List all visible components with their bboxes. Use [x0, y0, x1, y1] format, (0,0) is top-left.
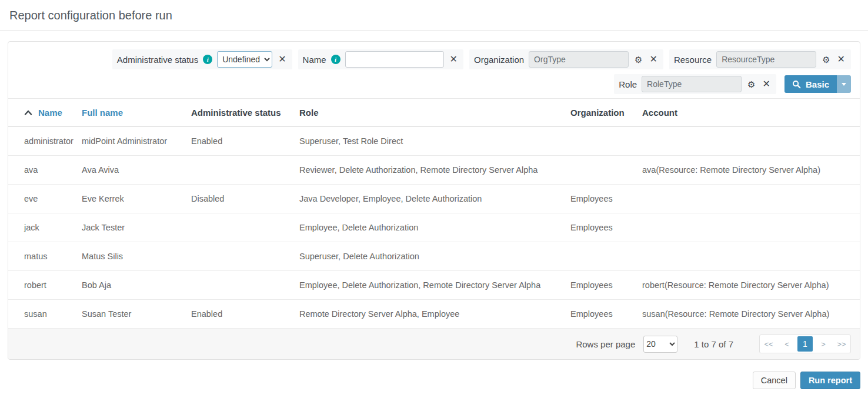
search-split-button: Basic [784, 75, 851, 93]
page-title: Report configuration before run [9, 9, 859, 22]
cell-fullname: Matus Silis [77, 242, 186, 271]
cell-account: ava(Resource: Remote Directory Server Al… [637, 156, 860, 185]
basic-search-label: Basic [806, 79, 829, 89]
cell-account: susan(Resource: Remote Directory Server … [637, 300, 860, 329]
cell-name: susan [8, 300, 77, 329]
cell-name: administrator [8, 127, 77, 156]
name-input[interactable] [345, 51, 444, 68]
cell-role: Remote Directory Server Alpha, Employee [295, 300, 566, 329]
cell-fullname: midPoint Administrator [77, 127, 186, 156]
pager: << < 1 > >> [759, 335, 851, 353]
table-row[interactable]: robert Bob Aja Employee, Delete Authoriz… [8, 271, 860, 300]
cell-organization [566, 156, 637, 185]
basic-search-button[interactable]: Basic [784, 75, 837, 93]
cell-name: ava [8, 156, 77, 185]
cell-adminstatus: Enabled [186, 300, 295, 329]
info-icon[interactable]: i [331, 55, 340, 64]
search-filter-form: Administrative status i Undefined ✕ Name… [8, 42, 860, 98]
cell-role: Reviewer, Delete Authorization, Remote D… [295, 156, 566, 185]
role-label: Role [619, 79, 637, 89]
cell-name: jack [8, 213, 77, 242]
cell-role: Superuser, Test Role Direct [295, 127, 566, 156]
column-header-account: Account [637, 99, 860, 127]
run-report-button[interactable]: Run report [800, 372, 860, 389]
table-row[interactable]: ava Ava Aviva Reviewer, Delete Authoriza… [8, 156, 860, 185]
admin-status-label: Administrative status [117, 55, 198, 65]
filter-role: Role ⚙ ✕ [614, 74, 776, 94]
cell-organization: Employees [566, 271, 637, 300]
cell-account: robert(Resource: Remote Directory Server… [637, 271, 860, 300]
organization-type-input[interactable] [529, 51, 629, 68]
close-icon[interactable]: ✕ [762, 79, 772, 89]
table-row[interactable]: jack Jack Tester Employee, Delete Author… [8, 213, 860, 242]
cell-account [637, 185, 860, 213]
column-header-adminstatus: Administrative status [186, 99, 295, 127]
cell-account [637, 213, 860, 242]
cell-name: robert [8, 271, 77, 300]
cell-organization: Employees [566, 300, 637, 329]
column-header-name[interactable]: Name [38, 108, 62, 118]
cell-role: Employee, Delete Authorization, Remote D… [295, 271, 566, 300]
pager-first-button[interactable]: << [761, 336, 776, 352]
cell-fullname: Jack Tester [77, 213, 186, 242]
pager-prev-button[interactable]: < [779, 336, 794, 352]
sort-ascending-icon[interactable] [24, 109, 32, 116]
table-row[interactable]: susan Susan Tester Enabled Remote Direct… [8, 300, 860, 329]
cell-role: Employee, Delete Authorization [295, 213, 566, 242]
resource-type-input[interactable] [716, 51, 816, 68]
action-bar: Cancel Run report [8, 372, 860, 389]
admin-status-select[interactable]: Undefined [217, 51, 272, 68]
filter-name: Name i ✕ [298, 49, 463, 69]
cell-account [637, 242, 860, 271]
cell-fullname: Ava Aviva [77, 156, 186, 185]
gear-icon[interactable]: ⚙ [633, 55, 643, 64]
filter-row-1: Administrative status i Undefined ✕ Name… [112, 49, 851, 69]
cell-name: eve [8, 185, 77, 213]
cell-adminstatus: Disabled [186, 185, 295, 213]
cell-account [637, 127, 860, 156]
pager-page-1-button[interactable]: 1 [797, 336, 813, 352]
cell-fullname: Bob Aja [77, 271, 186, 300]
filter-admin-status: Administrative status i Undefined ✕ [112, 49, 292, 69]
column-header-fullname[interactable]: Full name [82, 108, 123, 118]
close-icon[interactable]: ✕ [836, 55, 846, 64]
rows-per-page-select[interactable]: 20 [643, 336, 677, 353]
cancel-button[interactable]: Cancel [753, 372, 796, 389]
filter-organization: Organization ⚙ ✕ [469, 49, 663, 69]
cell-adminstatus: Enabled [186, 127, 295, 156]
resource-label: Resource [674, 55, 712, 65]
organization-label: Organization [474, 55, 524, 65]
cell-organization [566, 127, 637, 156]
cell-adminstatus [186, 213, 295, 242]
cell-organization: Employees [566, 213, 637, 242]
table-row[interactable]: eve Eve Kerrek Disabled Java Developer, … [8, 185, 860, 213]
close-icon[interactable]: ✕ [449, 55, 459, 64]
pager-next-button[interactable]: > [816, 336, 831, 352]
info-icon[interactable]: i [203, 55, 212, 64]
cell-fullname: Eve Kerrek [77, 185, 186, 213]
pagination-count-label: 1 to 7 of 7 [694, 339, 733, 349]
report-config-panel: Administrative status i Undefined ✕ Name… [8, 41, 860, 360]
column-header-organization: Organization [566, 99, 637, 127]
page-header: Report configuration before run [0, 0, 868, 31]
cell-organization: Employees [566, 185, 637, 213]
cell-role: Superuser, Delete Authorization [295, 242, 566, 271]
filter-row-2: Role ⚙ ✕ Basic [614, 74, 851, 94]
table-row[interactable]: administrator midPoint Administrator Ena… [8, 127, 860, 156]
table-header-row: Name Full name Administrative status Rol… [8, 99, 860, 127]
table-row[interactable]: matus Matus Silis Superuser, Delete Auth… [8, 242, 860, 271]
cell-adminstatus [186, 156, 295, 185]
search-dropdown-button[interactable] [837, 75, 851, 93]
filter-resource: Resource ⚙ ✕ [669, 49, 851, 69]
table-footer: Rows per page 20 1 to 7 of 7 << < 1 > >> [8, 328, 860, 359]
role-type-input[interactable] [642, 76, 742, 92]
search-icon [792, 80, 801, 89]
gear-icon[interactable]: ⚙ [746, 80, 756, 89]
close-icon[interactable]: ✕ [277, 55, 287, 64]
gear-icon[interactable]: ⚙ [821, 55, 831, 64]
results-table: Name Full name Administrative status Rol… [8, 98, 860, 328]
cell-organization [566, 242, 637, 271]
close-icon[interactable]: ✕ [649, 55, 659, 64]
name-label: Name [303, 55, 326, 65]
pager-last-button[interactable]: >> [834, 336, 849, 352]
